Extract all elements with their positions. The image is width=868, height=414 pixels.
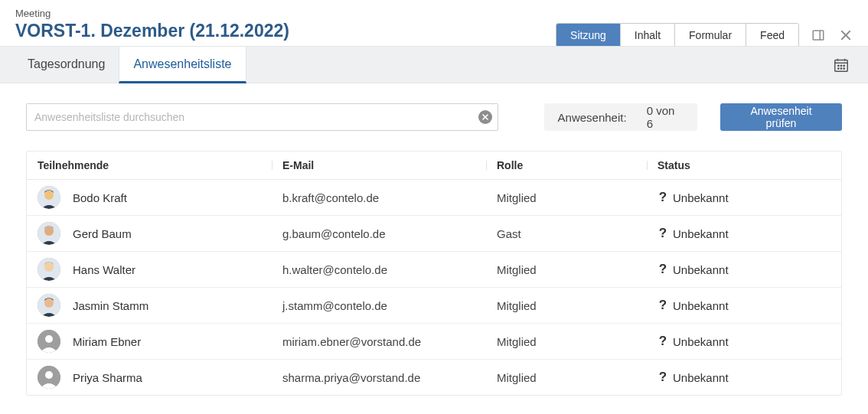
question-icon: ? xyxy=(658,334,668,349)
search-input-wrapper xyxy=(26,103,498,131)
participant-status: ?Unbekannt xyxy=(658,190,830,205)
avatar-placeholder-icon xyxy=(38,366,60,389)
participant-status: ?Unbekannt xyxy=(658,262,830,277)
svg-point-10 xyxy=(844,65,844,66)
question-icon: ? xyxy=(658,298,668,313)
segment-formular[interactable]: Formular xyxy=(674,24,746,47)
table-row[interactable]: Miriam Ebnermiriam.ebner@vorstand.deMitg… xyxy=(27,323,841,359)
col-participant: Teilnehmende xyxy=(38,159,282,171)
search-input[interactable] xyxy=(26,103,498,131)
attendance-summary-value: 0 von 6 xyxy=(647,104,684,130)
status-text: Unbekannt xyxy=(673,263,729,276)
table-header: Teilnehmende E-Mail Rolle Status xyxy=(27,152,841,180)
participant-name: Hans Walter xyxy=(73,263,135,276)
svg-point-29 xyxy=(45,335,53,343)
participant-status: ?Unbekannt xyxy=(658,226,830,241)
svg-point-11 xyxy=(838,67,839,68)
view-segmented-control: SitzungInhaltFormularFeed xyxy=(556,23,799,47)
tab-tagesordnung[interactable]: Tagesordnung xyxy=(14,47,119,83)
participant-status: ?Unbekannt xyxy=(658,334,830,349)
avatar-photo xyxy=(38,294,60,317)
question-icon: ? xyxy=(658,226,668,241)
svg-point-21 xyxy=(44,227,54,236)
check-attendance-button[interactable]: Anwesenheit prüfen xyxy=(720,103,842,131)
svg-point-27 xyxy=(44,298,54,308)
status-text: Unbekannt xyxy=(673,227,729,240)
close-icon[interactable] xyxy=(837,27,854,44)
table-row[interactable]: Priya Sharmasharma.priya@vorstand.deMitg… xyxy=(27,359,841,395)
question-icon: ? xyxy=(658,370,668,385)
question-icon: ? xyxy=(658,190,668,205)
participant-status: ?Unbekannt xyxy=(658,370,830,385)
svg-point-12 xyxy=(840,67,841,68)
col-role: Rolle xyxy=(497,159,658,171)
attendance-summary: Anwesenheit: 0 von 6 xyxy=(544,103,697,131)
participant-role: Mitglied xyxy=(497,371,658,384)
participant-email: sharma.priya@vorstand.de xyxy=(282,371,497,384)
participant-role: Mitglied xyxy=(497,263,658,276)
status-text: Unbekannt xyxy=(673,299,729,312)
col-email: E-Mail xyxy=(282,159,497,171)
avatar-photo xyxy=(38,258,60,281)
avatar-photo xyxy=(38,222,60,245)
attendance-summary-label: Anwesenheit: xyxy=(558,111,627,124)
tabbar: TagesordnungAnwesenheitsliste xyxy=(0,46,868,83)
svg-point-9 xyxy=(840,65,841,66)
svg-point-24 xyxy=(44,262,54,272)
participant-status: ?Unbekannt xyxy=(658,298,830,313)
breadcrumb: Meeting xyxy=(15,8,853,19)
participant-email: b.kraft@contelo.de xyxy=(282,191,497,204)
segment-inhalt[interactable]: Inhalt xyxy=(620,24,674,47)
participant-name: Jasmin Stamm xyxy=(73,299,148,312)
participant-email: miriam.ebner@vorstand.de xyxy=(282,335,497,348)
participant-email: g.baum@contelo.de xyxy=(282,227,497,240)
col-status: Status xyxy=(658,159,830,171)
table-row[interactable]: Hans Walterh.walter@contelo.deMitglied?U… xyxy=(27,251,841,287)
status-text: Unbekannt xyxy=(673,371,729,384)
svg-point-8 xyxy=(838,65,839,66)
participant-name: Miriam Ebner xyxy=(73,335,141,348)
participant-name: Gerd Baum xyxy=(73,227,132,240)
participant-role: Gast xyxy=(497,227,658,240)
participant-name: Bodo Kraft xyxy=(73,191,127,204)
avatar-photo xyxy=(38,186,60,209)
calendar-icon[interactable] xyxy=(833,57,850,73)
table-row[interactable]: Gerd Baumg.baum@contelo.deGast?Unbekannt xyxy=(27,215,841,251)
table-row[interactable]: Jasmin Stammj.stamm@contelo.deMitglied?U… xyxy=(27,287,841,323)
question-icon: ? xyxy=(658,262,668,277)
svg-point-18 xyxy=(44,191,54,200)
participant-email: j.stamm@contelo.de xyxy=(282,299,497,312)
table-row[interactable]: Bodo Kraftb.kraft@contelo.deMitglied?Unb… xyxy=(27,180,841,215)
participant-role: Mitglied xyxy=(497,191,658,204)
participant-role: Mitglied xyxy=(497,299,658,312)
participant-email: h.walter@contelo.de xyxy=(282,263,497,276)
attendance-table: Teilnehmende E-Mail Rolle Status Bodo Kr… xyxy=(26,151,842,396)
clear-search-icon[interactable] xyxy=(478,110,492,124)
status-text: Unbekannt xyxy=(673,191,729,204)
svg-rect-0 xyxy=(813,31,824,40)
participant-name: Priya Sharma xyxy=(73,371,142,384)
tab-anwesenheitsliste[interactable]: Anwesenheitsliste xyxy=(119,47,246,83)
segment-feed[interactable]: Feed xyxy=(746,24,798,47)
svg-point-13 xyxy=(844,67,844,68)
status-text: Unbekannt xyxy=(673,335,729,348)
segment-sitzung[interactable]: Sitzung xyxy=(556,24,620,47)
avatar-placeholder-icon xyxy=(38,330,60,353)
svg-point-31 xyxy=(45,371,53,379)
panel-toggle-icon[interactable] xyxy=(810,27,827,44)
participant-role: Mitglied xyxy=(497,335,658,348)
